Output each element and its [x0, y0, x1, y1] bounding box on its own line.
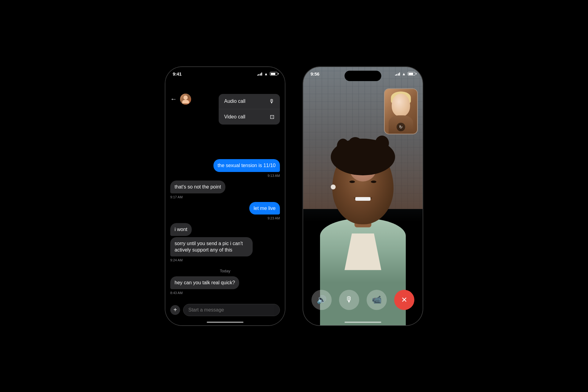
- audio-call-label: Audio call: [224, 99, 245, 104]
- message-row: that's so not the point: [170, 181, 280, 193]
- message-input[interactable]: [183, 304, 280, 316]
- message-row: let me live: [170, 202, 280, 215]
- dynamic-island: [345, 71, 381, 81]
- date-separator: Today: [170, 269, 280, 273]
- message-bubble: the sexual tension is 11/10: [213, 159, 280, 172]
- self-preview: ↻: [384, 88, 418, 134]
- teeth: [355, 197, 371, 201]
- video-screen: ↻ 9:56 ▲: [303, 67, 423, 325]
- message-timestamp: 9:23 AM: [170, 216, 280, 220]
- left-phone: 9:41 ▲ ←: [165, 67, 285, 325]
- end-call-icon: ✕: [401, 296, 407, 304]
- wifi-icon: ▲: [264, 72, 268, 76]
- video-call-option[interactable]: Video call ⊡: [219, 109, 280, 125]
- battery-icon: [408, 72, 415, 76]
- message-row: sorry until you send a pic i can't activ…: [170, 237, 280, 256]
- message-bubble: let me live: [249, 202, 280, 215]
- chat-screen: 9:41 ▲ ←: [165, 67, 285, 325]
- wifi-icon: ▲: [402, 72, 406, 76]
- microphone-icon: 🎙: [269, 98, 274, 105]
- battery-icon: [270, 72, 277, 76]
- add-button[interactable]: +: [170, 305, 180, 315]
- message-row: i wont: [170, 223, 280, 236]
- message-bubble: sorry until you send a pic i can't activ…: [170, 237, 253, 256]
- home-indicator-right: [345, 322, 381, 323]
- eye-left: [349, 181, 355, 183]
- end-call-button[interactable]: ✕: [394, 290, 414, 310]
- microphone-icon: 🎙: [345, 295, 353, 304]
- speaker-icon: 🔊: [317, 295, 326, 304]
- eye-right: [371, 181, 376, 183]
- message-timestamp: 9:17 AM: [170, 195, 280, 199]
- preview-face: [392, 94, 410, 117]
- message-bubble: hey can you talk real quick?: [170, 276, 239, 289]
- face-area: [332, 145, 394, 224]
- speaker-button[interactable]: 🔊: [311, 290, 332, 310]
- video-status-bar: 9:56 ▲: [303, 67, 423, 79]
- signal-icon: [257, 72, 262, 76]
- status-icons-left: ▲: [257, 72, 277, 76]
- audio-call-option[interactable]: Audio call 🎙: [219, 94, 280, 109]
- video-icon: ⊡: [270, 114, 274, 120]
- back-button[interactable]: ←: [170, 95, 177, 103]
- home-indicator: [207, 322, 243, 323]
- message-bubble: that's so not the point: [170, 181, 225, 193]
- video-call-label: Video call: [224, 114, 245, 120]
- status-bar-left: 9:41 ▲: [165, 67, 285, 79]
- mute-button[interactable]: 🎙: [339, 290, 359, 310]
- status-time-right: 9:56: [311, 71, 319, 77]
- flip-camera-button[interactable]: ↻: [397, 123, 405, 131]
- camera-button[interactable]: 📹: [367, 290, 387, 310]
- call-controls: 🔊 🎙 📹 ✕: [303, 290, 423, 310]
- message-timestamp: 9:13 AM: [170, 174, 280, 177]
- status-icons-right: ▲: [395, 72, 415, 76]
- message-row: the sexual tension is 11/10: [170, 159, 280, 172]
- hair: [331, 139, 395, 175]
- call-dropdown: Audio call 🎙 Video call ⊡: [219, 94, 280, 125]
- message-timestamp: 9:24 AM: [170, 258, 280, 262]
- message-bubble: i wont: [170, 223, 192, 236]
- right-phone: ↻ 9:56 ▲: [303, 67, 423, 325]
- camera-icon: 📹: [372, 295, 382, 304]
- message-timestamp: 8:43 AM: [170, 291, 280, 295]
- message-row: hey can you talk real quick?: [170, 276, 280, 289]
- messages-container: the sexual tension is 11/10 9:13 AM that…: [165, 108, 285, 301]
- signal-icon: [395, 72, 400, 76]
- earring: [331, 185, 336, 189]
- status-time-left: 9:41: [173, 71, 182, 77]
- contact-avatar[interactable]: [180, 94, 191, 105]
